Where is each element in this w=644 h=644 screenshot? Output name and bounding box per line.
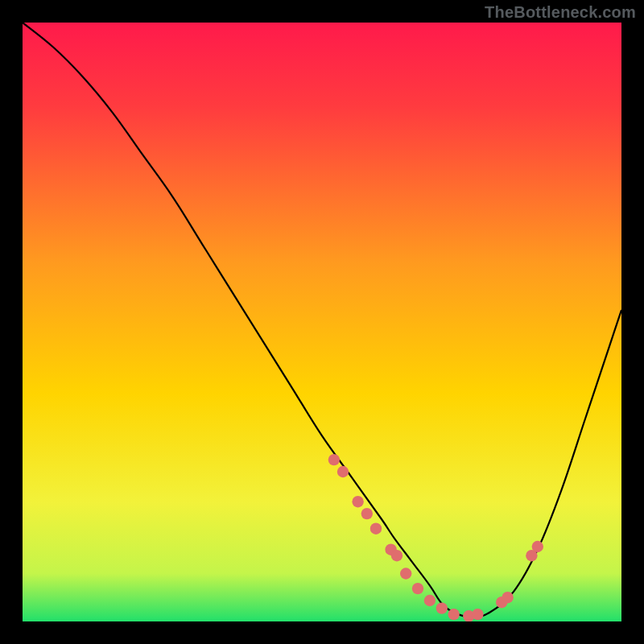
dot [424, 595, 436, 606]
dot [502, 592, 513, 603]
dot [361, 508, 373, 519]
chart-frame [23, 23, 621, 621]
watermark-text: TheBottleneck.com [485, 3, 636, 22]
dot [370, 523, 382, 535]
dot [532, 541, 543, 552]
dot [448, 609, 460, 620]
dot [391, 550, 402, 561]
dot [436, 602, 448, 613]
dot [328, 454, 340, 465]
dot [412, 583, 423, 594]
chart-svg [23, 23, 621, 621]
dot [400, 568, 411, 579]
dot [337, 466, 349, 477]
dot [472, 609, 483, 620]
dot [352, 496, 363, 507]
